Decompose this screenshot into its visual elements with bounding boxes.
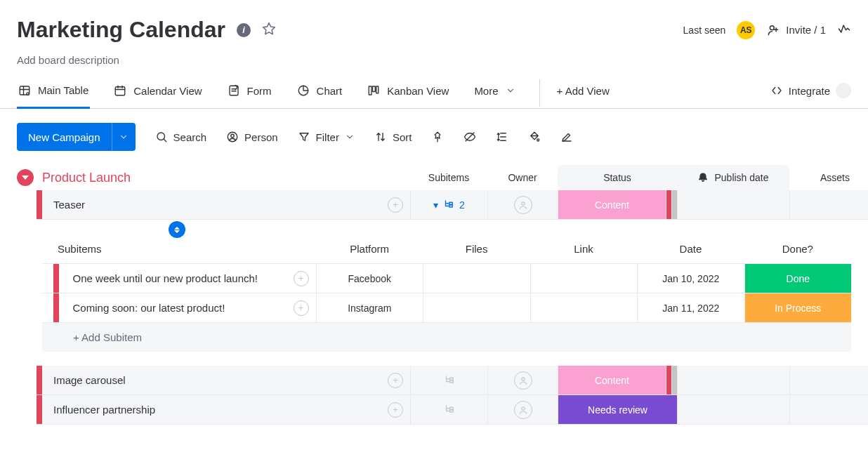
add-view-button[interactable]: + Add View (539, 79, 611, 107)
info-icon[interactable]: i (237, 23, 251, 37)
new-campaign-dropdown[interactable] (112, 123, 136, 151)
person-icon (514, 371, 532, 390)
tab-form[interactable]: Form (226, 79, 273, 107)
color-icon[interactable] (528, 131, 541, 143)
svg-rect-7 (373, 86, 376, 92)
favorite-star-icon[interactable] (262, 22, 276, 39)
assets-cell[interactable] (789, 366, 868, 395)
subitem-name-text[interactable]: One week until our new product launch! (73, 272, 258, 284)
pin-icon[interactable] (431, 131, 444, 143)
person-label: Person (244, 131, 278, 143)
invite-button[interactable]: Invite / 1 (766, 23, 826, 37)
svg-point-11 (231, 134, 235, 138)
date-cell[interactable]: Jan 10, 2022 (637, 264, 744, 293)
conversation-icon[interactable]: + (388, 373, 403, 388)
search-button[interactable]: Search (155, 131, 207, 143)
sort-indicator-icon[interactable] (169, 221, 185, 238)
platform-cell[interactable]: Facebook (316, 264, 423, 293)
done-cell[interactable]: Done (744, 264, 852, 293)
link-cell[interactable] (530, 264, 638, 293)
column-header-owner[interactable]: Owner (487, 165, 558, 190)
row-name-text[interactable]: Image carousel (53, 374, 126, 386)
files-cell[interactable] (423, 264, 530, 293)
owner-cell[interactable] (487, 190, 558, 219)
board-title[interactable]: Marketing Calendar (17, 17, 225, 43)
conversation-icon[interactable]: + (388, 197, 403, 213)
integrate-button[interactable]: Integrate (770, 77, 851, 108)
sort-button[interactable]: Sort (374, 131, 412, 143)
invite-label: Invite / 1 (786, 24, 826, 36)
subitem-row[interactable]: One week until our new product launch! +… (42, 263, 851, 293)
new-campaign-button[interactable]: New Campaign (17, 123, 136, 151)
svg-rect-19 (449, 407, 453, 409)
chevron-down-icon: ▾ (433, 199, 438, 211)
owner-cell[interactable] (487, 366, 558, 395)
subitems-cell[interactable] (410, 366, 487, 395)
column-header-assets[interactable]: Assets (789, 165, 868, 190)
owner-cell[interactable] (487, 395, 558, 424)
svg-rect-6 (369, 86, 372, 95)
table-row[interactable]: Teaser + ▾ 2 Content (37, 190, 868, 220)
height-icon[interactable] (496, 131, 508, 143)
filter-button[interactable]: Filter (298, 131, 355, 143)
table-row[interactable]: Image carousel + Content (37, 366, 868, 395)
column-header-status[interactable]: Status (558, 165, 677, 190)
subitems-cell[interactable]: ▾ 2 (410, 190, 487, 219)
status-progress-strip (671, 190, 677, 219)
date-cell[interactable]: Jan 11, 2022 (637, 293, 744, 322)
group-header: Product Launch Subitems Owner Status Pub… (17, 165, 851, 190)
hide-icon[interactable] (463, 131, 476, 143)
tab-calendar-view[interactable]: Calendar View (112, 79, 203, 107)
row-color-strip (53, 293, 59, 322)
tab-more[interactable]: More (473, 79, 516, 107)
platform-cell[interactable]: Instagram (316, 293, 423, 322)
column-header-subitems[interactable]: Subitems (410, 165, 487, 190)
svg-point-9 (157, 133, 165, 140)
status-cell[interactable]: Content (558, 190, 666, 219)
integrate-label: Integrate (789, 85, 830, 97)
sub-column-header-date[interactable]: Date (637, 243, 744, 255)
group-collapse-toggle[interactable] (17, 169, 34, 186)
last-seen-label: Last seen (683, 25, 726, 36)
subitem-name-text[interactable]: Coming soon: our latest product! (73, 302, 225, 314)
add-subitem-button[interactable]: + Add Subitem (42, 322, 851, 352)
svg-point-18 (521, 377, 524, 380)
sub-column-header-files[interactable]: Files (423, 243, 530, 255)
conversation-icon[interactable]: + (294, 271, 309, 286)
svg-rect-3 (116, 87, 126, 95)
status-cell[interactable]: Needs review (558, 395, 677, 424)
sub-column-header-name[interactable]: Subitems (42, 243, 316, 255)
conversation-icon[interactable]: + (294, 300, 309, 316)
row-name-text[interactable]: Teaser (53, 199, 85, 211)
publish-date-cell[interactable] (677, 190, 789, 219)
subitems-cell[interactable] (410, 395, 487, 424)
person-filter-button[interactable]: Person (226, 131, 278, 143)
sub-column-header-done[interactable]: Done? (744, 243, 851, 255)
done-cell[interactable]: In Process (744, 293, 852, 322)
tab-label: Kanban View (387, 85, 449, 97)
activity-icon[interactable] (837, 22, 851, 39)
tab-chart[interactable]: Chart (296, 79, 344, 107)
status-cell[interactable]: Content (558, 366, 666, 395)
edit-icon[interactable] (560, 131, 573, 143)
table-row[interactable]: Influencer partnership + Needs review (37, 395, 868, 425)
row-name-text[interactable]: Influencer partnership (53, 404, 155, 416)
sub-column-header-link[interactable]: Link (530, 243, 637, 255)
group-title[interactable]: Product Launch (42, 171, 131, 185)
tab-main-table[interactable]: Main Table (17, 79, 90, 109)
publish-date-cell[interactable] (677, 366, 789, 395)
tab-kanban-view[interactable]: Kanban View (366, 79, 450, 107)
assets-cell[interactable] (789, 395, 868, 424)
board-description[interactable]: Add board description (0, 43, 868, 66)
svg-point-0 (770, 25, 775, 29)
sub-column-header-platform[interactable]: Platform (316, 243, 423, 255)
link-cell[interactable] (530, 293, 638, 322)
avatar[interactable]: AS (737, 21, 755, 39)
files-cell[interactable] (423, 293, 530, 322)
subitem-row[interactable]: Coming soon: our latest product! + Insta… (42, 293, 851, 322)
publish-date-cell[interactable] (677, 395, 789, 424)
assets-cell[interactable] (789, 190, 868, 219)
new-campaign-label: New Campaign (17, 131, 112, 143)
column-header-publish-date[interactable]: Publish date (677, 165, 789, 190)
conversation-icon[interactable]: + (388, 402, 403, 418)
